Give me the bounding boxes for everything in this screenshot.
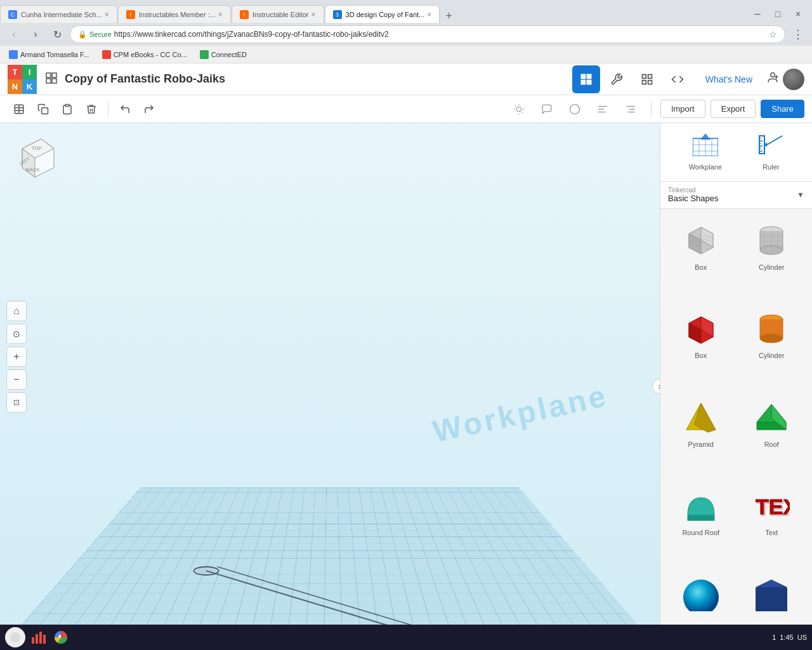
delete-button[interactable]	[80, 98, 103, 121]
svg-marker-94	[756, 580, 787, 587]
bookmark-favicon-3	[200, 50, 209, 59]
nav-script-button[interactable]	[664, 65, 691, 93]
workplane-tool[interactable]: Workplane	[684, 129, 727, 175]
nav-build-button[interactable]	[603, 65, 631, 93]
browser-tab-2[interactable]: I Instructables Member :... ×	[118, 5, 231, 23]
svg-rect-3	[52, 79, 56, 83]
bookmark-star-icon[interactable]: ☆	[769, 29, 777, 39]
taskbar: 1 1:45 US	[0, 625, 812, 650]
back-button[interactable]: ‹	[5, 25, 23, 43]
maximize-button[interactable]: □	[769, 5, 787, 23]
svg-point-92	[683, 580, 719, 611]
forward-button[interactable]: ›	[27, 25, 44, 43]
close-window-button[interactable]: ×	[789, 5, 807, 23]
tab-close-2[interactable]: ×	[218, 11, 223, 18]
svg-rect-93	[756, 587, 787, 611]
svg-rect-0	[46, 73, 51, 77]
secure-icon: 🔒	[78, 30, 87, 39]
shape-round-roof[interactable]: Round Roof	[665, 479, 737, 567]
bookmark-label-2: CPM eBooks - CC Co...	[114, 51, 187, 58]
shape-box-grey[interactable]: Box	[665, 214, 737, 302]
taskbar-graph-item[interactable]	[28, 627, 48, 647]
ruler-icon	[758, 133, 783, 161]
copy-button[interactable]	[32, 98, 55, 121]
taskbar-start-button[interactable]	[5, 627, 25, 647]
browser-tab-1[interactable]: C Cunha Intermediate Sch... ×	[0, 5, 117, 23]
taskbar-chrome-item[interactable]	[51, 627, 71, 647]
shape-roof[interactable]: Roof	[737, 391, 808, 479]
svg-rect-2	[46, 79, 51, 83]
svg-rect-11	[642, 80, 646, 84]
bookmark-favicon-1	[9, 50, 18, 59]
bookmark-label-1: Armand Tomasella F...	[20, 51, 89, 58]
cube-navigator[interactable]: BACK LEFT TOP	[13, 136, 63, 189]
shape-text[interactable]: TEXT TEXT Text	[737, 479, 808, 567]
shape-box-red[interactable]: Box	[665, 302, 737, 390]
view-controls: ⌂ ⊙ + − ⊡	[6, 301, 27, 413]
svg-rect-96	[32, 637, 34, 644]
new-button[interactable]	[8, 98, 30, 121]
box-red-label: Box	[695, 352, 707, 359]
svg-point-28	[570, 104, 579, 114]
cylinder-grey-icon	[751, 220, 792, 261]
grid-menu-button[interactable]	[43, 70, 60, 89]
round-roof-label: Round Roof	[682, 529, 719, 536]
svg-rect-97	[36, 634, 38, 644]
share-button[interactable]: Share	[761, 100, 804, 118]
notes-icon-button[interactable]	[535, 98, 558, 121]
add-user-button[interactable]	[766, 71, 779, 87]
export-button[interactable]: Export	[710, 100, 756, 118]
tinkercad-logo[interactable]: T I N K	[8, 65, 37, 94]
perspective-button[interactable]: ⊡	[6, 392, 27, 413]
ruler-tool[interactable]: Ruler	[753, 129, 789, 175]
nav-icons	[572, 65, 691, 93]
svg-point-83	[760, 334, 783, 343]
nav-view-button[interactable]	[572, 65, 600, 93]
svg-text:BACK: BACK	[26, 167, 40, 173]
user-avatar[interactable]	[783, 69, 804, 90]
bookmark-2[interactable]: CPM eBooks - CC Co...	[98, 49, 191, 60]
tab-title-4: 3D design Copy of Fant...	[346, 11, 425, 18]
home-view-button[interactable]: ⌂	[6, 301, 27, 321]
shape-pyramid[interactable]: Pyramid	[665, 391, 737, 479]
browser-tab-3[interactable]: I Instructable Editor ×	[232, 5, 324, 23]
align-right-icon-button[interactable]	[619, 98, 642, 121]
viewport[interactable]: Workplane BACK LEFT TOP ⌂ ⊙ + −	[0, 123, 660, 650]
bookmark-1[interactable]: Armand Tomasella F...	[5, 49, 93, 60]
user-area	[766, 69, 804, 90]
redo-button[interactable]	[138, 98, 160, 121]
circle-icon-button[interactable]	[563, 98, 586, 121]
reload-button[interactable]: ↻	[48, 25, 66, 43]
tab-title-2: Instructables Member :...	[139, 11, 216, 18]
tab-close-1[interactable]: ×	[105, 11, 109, 18]
browser-tab-4[interactable]: 3 3D design Copy of Fant... ×	[325, 5, 440, 23]
zoom-in-button[interactable]: +	[6, 347, 27, 367]
browser-menu-button[interactable]: ⋮	[789, 25, 807, 43]
svg-line-24	[515, 105, 516, 106]
zoom-out-button[interactable]: −	[6, 369, 27, 390]
align-left-icon-button[interactable]	[591, 98, 614, 121]
svg-rect-10	[648, 80, 652, 84]
shape-cylinder-orange[interactable]: Cylinder	[737, 302, 808, 390]
shape-cylinder-grey[interactable]: Cylinder	[737, 214, 808, 302]
whats-new-button[interactable]: What's New	[698, 69, 760, 90]
system-tray: 1 1:45 US	[772, 633, 807, 641]
tab-close-3[interactable]: ×	[311, 11, 316, 18]
dropdown-top-label: Tinkercad	[668, 187, 797, 194]
browser-chrome: C Cunha Intermediate Sch... × I Instruct…	[0, 0, 812, 63]
paste-button[interactable]	[56, 98, 79, 121]
app-container: T I N K Copy of Fantastic Robo-Jaiks	[0, 63, 812, 650]
shapes-dropdown[interactable]: Tinkercad Basic Shapes ▼	[660, 182, 812, 209]
svg-text:TEXT: TEXT	[757, 496, 790, 520]
text-3d-icon: TEXT TEXT	[751, 486, 792, 526]
import-button[interactable]: Import	[660, 100, 705, 118]
orbit-button[interactable]: ⊙	[6, 324, 27, 344]
undo-button[interactable]	[114, 98, 136, 121]
light-icon-button[interactable]	[508, 98, 530, 121]
address-input[interactable]: 🔒 Secure https://www.tinkercad.com/thing…	[70, 25, 785, 43]
new-tab-button[interactable]: +	[440, 10, 457, 23]
tab-close-4[interactable]: ×	[427, 11, 431, 18]
nav-group-button[interactable]	[633, 65, 661, 93]
minimize-button[interactable]: ─	[749, 5, 766, 23]
bookmark-3[interactable]: ConnectED	[196, 49, 251, 60]
